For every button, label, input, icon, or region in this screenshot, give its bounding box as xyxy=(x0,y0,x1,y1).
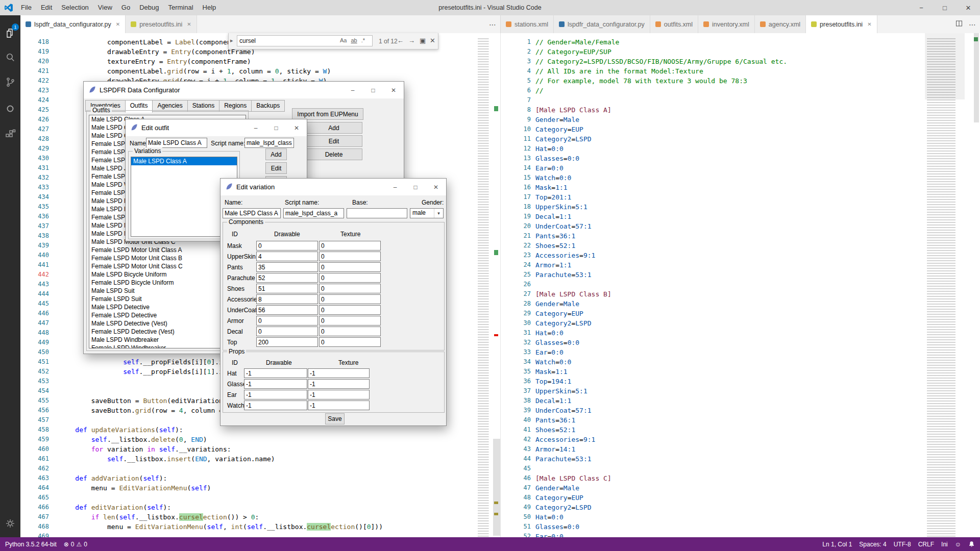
line-number[interactable]: 17 xyxy=(502,192,531,202)
mask-drawable-input[interactable] xyxy=(256,241,318,251)
line-number[interactable]: 441 xyxy=(20,260,49,270)
line-number[interactable]: 461 xyxy=(20,454,49,464)
line-number[interactable]: 2 xyxy=(502,47,531,57)
status-cursor-position[interactable]: Ln 1, Col 1 xyxy=(822,541,852,548)
line-number[interactable]: 465 xyxy=(20,493,49,503)
line-number[interactable]: 443 xyxy=(20,280,49,289)
line-number[interactable]: 23 xyxy=(502,251,531,260)
feedback-smiley-icon[interactable]: ☺ xyxy=(955,541,961,548)
code-line[interactable]: Mask=1:1 xyxy=(535,367,924,377)
code-line[interactable]: Gender=Male xyxy=(535,299,924,309)
close-button[interactable]: ✕ xyxy=(286,119,307,136)
line-number[interactable]: 449 xyxy=(20,338,49,347)
tk-tab-backups[interactable]: Backups xyxy=(251,100,285,112)
top-texture-input[interactable] xyxy=(319,337,381,347)
code-line[interactable]: Ear=0:0 xyxy=(535,347,924,357)
line-number[interactable]: 435 xyxy=(20,202,49,212)
status-python-version[interactable]: Python 3.5.2 64-bit xyxy=(5,541,57,548)
minimize-button[interactable]: – xyxy=(385,179,405,195)
menu-selection[interactable]: Selection xyxy=(57,0,93,15)
code-line[interactable]: [Male LSPD Class A] xyxy=(535,105,924,115)
outfit-name-input[interactable] xyxy=(146,138,207,148)
close-tab-icon[interactable]: ✕ xyxy=(116,21,120,27)
decal-drawable-input[interactable] xyxy=(256,327,318,336)
code-line[interactable]: Mask=1:1 xyxy=(535,183,924,192)
line-number[interactable]: 7 xyxy=(502,95,531,105)
status-indentation[interactable]: Spaces: 4 xyxy=(859,541,886,548)
line-number[interactable]: 436 xyxy=(20,212,49,221)
line-number[interactable]: 459 xyxy=(20,435,49,444)
code-line[interactable]: Category=EUP xyxy=(535,309,924,318)
line-number[interactable]: 10 xyxy=(502,124,531,134)
armor-texture-input[interactable] xyxy=(319,316,381,325)
watch-texture-input[interactable] xyxy=(308,400,370,410)
line-number[interactable]: 440 xyxy=(20,251,49,260)
line-number[interactable]: 8 xyxy=(502,105,531,115)
line-number[interactable]: 47 xyxy=(502,483,531,493)
menu-edit[interactable]: Edit xyxy=(36,0,57,15)
line-number[interactable]: 464 xyxy=(20,483,49,493)
line-number[interactable]: 31 xyxy=(502,328,531,338)
line-number[interactable]: 27 xyxy=(502,289,531,299)
menu-view[interactable]: View xyxy=(93,0,117,15)
code-line[interactable]: menu = EditVariationMenu(self) xyxy=(59,483,475,493)
glasses-texture-input[interactable] xyxy=(308,379,370,389)
line-number[interactable]: 423 xyxy=(20,86,49,95)
line-number[interactable]: 469 xyxy=(20,532,49,537)
undercoat-drawable-input[interactable] xyxy=(256,305,318,315)
overview-ruler[interactable] xyxy=(493,33,500,537)
status-eol[interactable]: CRLF xyxy=(918,541,934,548)
line-number[interactable]: 49 xyxy=(502,503,531,512)
maximize-button[interactable]: □ xyxy=(405,179,426,195)
tk-titlebar[interactable]: LSPDFR Data Configurator – □ ✕ xyxy=(84,82,404,98)
code-line[interactable]: menu = EditVariationMenu(self, int(self.… xyxy=(59,522,475,532)
line-number[interactable]: 446 xyxy=(20,309,49,318)
code-line[interactable]: Accessories=9:1 xyxy=(535,251,924,260)
line-number[interactable]: 37 xyxy=(502,386,531,396)
line-number[interactable]: 35 xyxy=(502,367,531,377)
code-line[interactable]: Hat=0:0 xyxy=(535,328,924,338)
code-line[interactable]: Decal=1:1 xyxy=(535,396,924,406)
tab-agency.xml[interactable]: agency.xml xyxy=(755,15,806,33)
ear-drawable-input[interactable] xyxy=(244,390,307,399)
line-number[interactable]: 22 xyxy=(502,241,531,251)
code-line[interactable]: UpperSkin=5:1 xyxy=(535,202,924,212)
line-number[interactable]: 13 xyxy=(502,154,531,163)
glasses-drawable-input[interactable] xyxy=(244,379,307,389)
regex-icon[interactable]: .* xyxy=(361,37,365,43)
close-tab-icon[interactable]: ✕ xyxy=(187,21,191,27)
line-number[interactable]: 466 xyxy=(20,503,49,512)
line-number[interactable]: 467 xyxy=(20,512,49,522)
pants-drawable-input[interactable] xyxy=(256,262,318,272)
status-encoding[interactable]: UTF-8 xyxy=(894,541,911,548)
line-number[interactable]: 18 xyxy=(502,202,531,212)
line-number[interactable]: 19 xyxy=(502,212,531,221)
line-number[interactable]: 52 xyxy=(502,532,531,537)
minimize-button[interactable]: − xyxy=(910,0,933,15)
code-line[interactable]: Category=EUP xyxy=(535,124,924,134)
code-line[interactable]: [Male LSPD Class C] xyxy=(535,473,924,483)
line-number[interactable]: 457 xyxy=(20,415,49,425)
line-number[interactable]: 453 xyxy=(20,377,49,386)
line-number[interactable]: 4 xyxy=(502,66,531,76)
line-number[interactable]: 431 xyxy=(20,163,49,173)
menu-help[interactable]: Help xyxy=(198,0,221,15)
line-number[interactable]: 422 xyxy=(20,76,49,86)
edit-variation-button[interactable]: Edit xyxy=(265,162,287,174)
code-line[interactable]: textureEntry = Entry(componentFrame) xyxy=(59,57,475,66)
armor-drawable-input[interactable] xyxy=(256,316,318,325)
line-number[interactable]: 460 xyxy=(20,444,49,454)
line-number[interactable]: 5 xyxy=(502,76,531,86)
close-button[interactable]: ✕ xyxy=(426,179,446,195)
right-editor-code[interactable]: // Gender=Male/Female// Category=EUP/SUP… xyxy=(535,33,924,537)
code-line[interactable] xyxy=(59,532,475,537)
maximize-button[interactable]: □ xyxy=(933,0,957,15)
code-line[interactable]: Top=201:1 xyxy=(535,192,924,202)
line-number[interactable]: 30 xyxy=(502,318,531,328)
line-number[interactable]: 40 xyxy=(502,415,531,425)
code-line[interactable]: Category2=LSPD xyxy=(535,503,924,512)
line-number[interactable]: 39 xyxy=(502,406,531,415)
code-line[interactable]: // For example, model 78 with texture 3 … xyxy=(535,76,924,86)
line-number[interactable]: 444 xyxy=(20,289,49,299)
line-number[interactable]: 420 xyxy=(20,57,49,66)
